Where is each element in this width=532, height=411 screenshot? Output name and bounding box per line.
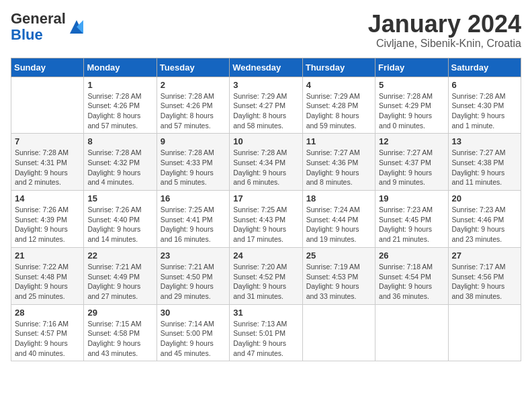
day-info: Sunrise: 7:28 AM Sunset: 4:31 PM Dayligh… <box>15 148 80 187</box>
day-number: 31 <box>233 308 298 318</box>
page-header: General Blue January 2024 Civljane, Sibe… <box>11 11 521 50</box>
day-number: 18 <box>306 193 371 203</box>
day-info: Sunrise: 7:27 AM Sunset: 4:38 PM Dayligh… <box>452 148 517 187</box>
title-block: January 2024 Civljane, Sibenik-Knin, Cro… <box>368 11 521 50</box>
day-number: 6 <box>452 80 517 90</box>
calendar-cell: 27Sunrise: 7:17 AM Sunset: 4:56 PM Dayli… <box>448 247 521 304</box>
column-header-monday: Monday <box>84 58 157 77</box>
day-number: 10 <box>233 136 298 146</box>
day-info: Sunrise: 7:25 AM Sunset: 4:43 PM Dayligh… <box>233 205 298 244</box>
page-subtitle: Civljane, Sibenik-Knin, Croatia <box>368 38 521 50</box>
day-info: Sunrise: 7:29 AM Sunset: 4:28 PM Dayligh… <box>306 91 371 131</box>
logo: General Blue <box>11 11 86 43</box>
calendar-cell: 9Sunrise: 7:28 AM Sunset: 4:33 PM Daylig… <box>157 134 229 191</box>
day-info: Sunrise: 7:25 AM Sunset: 4:41 PM Dayligh… <box>161 205 226 244</box>
day-number: 7 <box>15 136 80 146</box>
column-header-thursday: Thursday <box>302 58 375 77</box>
calendar-cell: 1Sunrise: 7:28 AM Sunset: 4:26 PM Daylig… <box>84 77 157 134</box>
calendar-cell: 4Sunrise: 7:29 AM Sunset: 4:28 PM Daylig… <box>302 77 375 134</box>
calendar-cell: 25Sunrise: 7:19 AM Sunset: 4:53 PM Dayli… <box>302 247 375 304</box>
day-number: 28 <box>15 308 80 318</box>
calendar-cell: 15Sunrise: 7:26 AM Sunset: 4:40 PM Dayli… <box>84 191 157 248</box>
day-number: 5 <box>379 80 444 90</box>
day-number: 24 <box>233 250 298 261</box>
day-info: Sunrise: 7:27 AM Sunset: 4:36 PM Dayligh… <box>306 148 371 187</box>
day-info: Sunrise: 7:20 AM Sunset: 4:52 PM Dayligh… <box>233 262 298 302</box>
logo-general-text: General <box>11 10 66 27</box>
day-info: Sunrise: 7:28 AM Sunset: 4:33 PM Dayligh… <box>161 148 226 187</box>
day-info: Sunrise: 7:28 AM Sunset: 4:26 PM Dayligh… <box>87 91 152 131</box>
calendar-week-row: 14Sunrise: 7:26 AM Sunset: 4:39 PM Dayli… <box>11 191 521 248</box>
calendar-cell: 11Sunrise: 7:27 AM Sunset: 4:36 PM Dayli… <box>302 134 375 191</box>
day-number: 25 <box>306 250 371 261</box>
day-info: Sunrise: 7:23 AM Sunset: 4:45 PM Dayligh… <box>379 205 444 244</box>
day-info: Sunrise: 7:28 AM Sunset: 4:30 PM Dayligh… <box>452 91 517 131</box>
day-number: 20 <box>452 193 517 203</box>
calendar-cell: 26Sunrise: 7:18 AM Sunset: 4:54 PM Dayli… <box>375 247 448 304</box>
day-info: Sunrise: 7:28 AM Sunset: 4:34 PM Dayligh… <box>233 148 298 187</box>
calendar-cell: 12Sunrise: 7:27 AM Sunset: 4:37 PM Dayli… <box>375 134 448 191</box>
calendar-cell: 28Sunrise: 7:16 AM Sunset: 4:57 PM Dayli… <box>11 304 84 361</box>
day-number: 11 <box>306 136 371 146</box>
calendar-header-row: SundayMondayTuesdayWednesdayThursdayFrid… <box>11 58 521 77</box>
day-number: 17 <box>233 193 298 203</box>
calendar-cell: 21Sunrise: 7:22 AM Sunset: 4:48 PM Dayli… <box>11 247 84 304</box>
calendar-cell: 19Sunrise: 7:23 AM Sunset: 4:45 PM Dayli… <box>375 191 448 248</box>
calendar-week-row: 7Sunrise: 7:28 AM Sunset: 4:31 PM Daylig… <box>11 134 521 191</box>
calendar-cell <box>11 77 84 134</box>
day-info: Sunrise: 7:29 AM Sunset: 4:27 PM Dayligh… <box>233 91 298 131</box>
calendar-cell <box>375 304 448 361</box>
calendar-week-row: 28Sunrise: 7:16 AM Sunset: 4:57 PM Dayli… <box>11 304 521 361</box>
day-number: 30 <box>161 308 226 318</box>
calendar-cell: 5Sunrise: 7:28 AM Sunset: 4:29 PM Daylig… <box>375 77 448 134</box>
logo-icon <box>67 17 86 36</box>
day-number: 22 <box>87 250 152 261</box>
day-info: Sunrise: 7:28 AM Sunset: 4:32 PM Dayligh… <box>87 148 152 187</box>
day-number: 8 <box>87 136 152 146</box>
calendar-cell: 20Sunrise: 7:23 AM Sunset: 4:46 PM Dayli… <box>448 191 521 248</box>
day-number: 26 <box>379 250 444 261</box>
column-header-wednesday: Wednesday <box>230 58 302 77</box>
calendar-cell: 22Sunrise: 7:21 AM Sunset: 4:49 PM Dayli… <box>84 247 157 304</box>
calendar-cell: 30Sunrise: 7:14 AM Sunset: 5:00 PM Dayli… <box>157 304 229 361</box>
calendar-cell: 8Sunrise: 7:28 AM Sunset: 4:32 PM Daylig… <box>84 134 157 191</box>
day-info: Sunrise: 7:23 AM Sunset: 4:46 PM Dayligh… <box>452 205 517 244</box>
day-info: Sunrise: 7:28 AM Sunset: 4:26 PM Dayligh… <box>161 91 226 131</box>
calendar-cell: 2Sunrise: 7:28 AM Sunset: 4:26 PM Daylig… <box>157 77 229 134</box>
logo-blue-text: Blue <box>11 26 43 43</box>
day-number: 16 <box>161 193 226 203</box>
column-header-sunday: Sunday <box>11 58 84 77</box>
day-info: Sunrise: 7:24 AM Sunset: 4:44 PM Dayligh… <box>306 205 371 244</box>
day-info: Sunrise: 7:22 AM Sunset: 4:48 PM Dayligh… <box>15 262 80 302</box>
day-info: Sunrise: 7:27 AM Sunset: 4:37 PM Dayligh… <box>379 148 444 187</box>
day-number: 3 <box>233 80 298 90</box>
day-number: 4 <box>306 80 371 90</box>
day-info: Sunrise: 7:18 AM Sunset: 4:54 PM Dayligh… <box>379 262 444 302</box>
calendar-cell: 14Sunrise: 7:26 AM Sunset: 4:39 PM Dayli… <box>11 191 84 248</box>
day-info: Sunrise: 7:14 AM Sunset: 5:00 PM Dayligh… <box>161 319 226 359</box>
calendar-cell <box>302 304 375 361</box>
day-info: Sunrise: 7:13 AM Sunset: 5:01 PM Dayligh… <box>233 319 298 359</box>
calendar-cell: 6Sunrise: 7:28 AM Sunset: 4:30 PM Daylig… <box>448 77 521 134</box>
day-number: 12 <box>379 136 444 146</box>
calendar-cell: 18Sunrise: 7:24 AM Sunset: 4:44 PM Dayli… <box>302 191 375 248</box>
day-number: 19 <box>379 193 444 203</box>
day-info: Sunrise: 7:19 AM Sunset: 4:53 PM Dayligh… <box>306 262 371 302</box>
calendar-cell <box>448 304 521 361</box>
day-info: Sunrise: 7:26 AM Sunset: 4:39 PM Dayligh… <box>15 205 80 244</box>
calendar-table: SundayMondayTuesdayWednesdayThursdayFrid… <box>11 58 521 362</box>
day-number: 29 <box>87 308 152 318</box>
column-header-saturday: Saturday <box>448 58 521 77</box>
day-number: 1 <box>87 80 152 90</box>
day-number: 14 <box>15 193 80 203</box>
calendar-cell: 16Sunrise: 7:25 AM Sunset: 4:41 PM Dayli… <box>157 191 229 248</box>
column-header-tuesday: Tuesday <box>157 58 229 77</box>
calendar-cell: 7Sunrise: 7:28 AM Sunset: 4:31 PM Daylig… <box>11 134 84 191</box>
calendar-cell: 10Sunrise: 7:28 AM Sunset: 4:34 PM Dayli… <box>230 134 302 191</box>
day-info: Sunrise: 7:17 AM Sunset: 4:56 PM Dayligh… <box>452 262 517 302</box>
day-info: Sunrise: 7:16 AM Sunset: 4:57 PM Dayligh… <box>15 319 80 359</box>
day-info: Sunrise: 7:15 AM Sunset: 4:58 PM Dayligh… <box>87 319 152 359</box>
day-number: 9 <box>161 136 226 146</box>
day-number: 2 <box>161 80 226 90</box>
calendar-cell: 3Sunrise: 7:29 AM Sunset: 4:27 PM Daylig… <box>230 77 302 134</box>
